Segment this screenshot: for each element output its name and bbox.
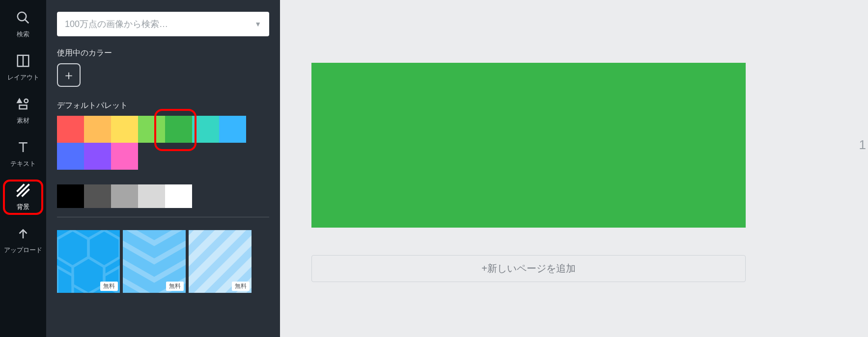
chevron-down-icon: ▼ xyxy=(254,20,261,28)
palette-swatch[interactable] xyxy=(57,116,84,143)
svg-point-5 xyxy=(25,99,28,103)
canvas-area: +新しいページを追加 1 xyxy=(280,0,868,337)
upload-icon xyxy=(16,226,30,243)
add-page-button[interactable]: +新しいページを追加 xyxy=(311,255,746,282)
nav-item-background[interactable]: 背景 xyxy=(3,180,43,215)
nav-item-search[interactable]: 検索 xyxy=(3,7,43,42)
svg-marker-4 xyxy=(17,99,22,103)
text-icon xyxy=(16,140,30,156)
free-tag: 無料 xyxy=(166,282,184,291)
add-color-button[interactable]: ＋ xyxy=(57,63,81,87)
palette-swatch[interactable] xyxy=(84,116,111,143)
gray-swatch[interactable] xyxy=(111,184,138,208)
gray-swatch[interactable] xyxy=(57,184,84,208)
palette-swatch[interactable] xyxy=(111,116,138,143)
stripes-icon xyxy=(16,183,30,200)
palette-swatch[interactable] xyxy=(192,116,219,143)
nav-label-elements: 素材 xyxy=(17,116,29,125)
page-indicator: 1 xyxy=(859,137,866,153)
grayscale-row xyxy=(57,184,269,208)
nav-label-background: 背景 xyxy=(17,203,29,211)
search-icon xyxy=(16,10,30,27)
nav-item-layout[interactable]: レイアウト xyxy=(3,50,43,85)
bg-pattern-diagonal[interactable]: 無料 xyxy=(189,230,252,293)
palette-row-2 xyxy=(57,143,269,170)
nav-item-text[interactable]: テキスト xyxy=(3,136,43,172)
svg-marker-15 xyxy=(73,257,104,293)
gray-swatch[interactable] xyxy=(165,184,192,208)
svg-rect-6 xyxy=(20,105,27,109)
palette-swatch[interactable] xyxy=(57,143,84,170)
svg-point-0 xyxy=(18,12,27,21)
gray-swatch[interactable] xyxy=(138,184,165,208)
image-search-dropdown[interactable]: 100万点の画像から検索… ▼ xyxy=(57,12,269,36)
bg-pattern-hexagon[interactable]: 無料 xyxy=(57,230,120,293)
nav-label-upload: アップロード xyxy=(4,246,42,255)
search-placeholder: 100万点の画像から検索… xyxy=(65,18,168,30)
nav-label-text: テキスト xyxy=(10,159,36,168)
palette-swatch[interactable] xyxy=(111,143,138,170)
design-page[interactable] xyxy=(311,63,746,228)
palette-swatch[interactable] xyxy=(138,116,165,143)
bg-pattern-chevron[interactable]: 無料 xyxy=(123,230,186,293)
nav-item-elements[interactable]: 素材 xyxy=(3,93,43,129)
svg-marker-16 xyxy=(57,267,73,293)
nav-label-search: 検索 xyxy=(17,30,29,39)
panel-divider xyxy=(57,217,269,217)
svg-line-1 xyxy=(25,20,29,24)
nav-rail: 検索 レイアウト 素材 テキスト 背景 アップロード xyxy=(0,0,46,337)
palette-swatch[interactable] xyxy=(165,116,192,143)
plus-icon: ＋ xyxy=(62,67,75,84)
layout-icon xyxy=(16,53,30,70)
free-tag: 無料 xyxy=(232,282,250,291)
gray-swatch[interactable] xyxy=(84,184,111,208)
default-palette xyxy=(57,116,269,170)
nav-label-layout: レイアウト xyxy=(7,73,39,82)
add-page-label: +新しいページを追加 xyxy=(481,262,576,275)
side-panel: 100万点の画像から検索… ▼ 使用中のカラー ＋ デフォルトパレット xyxy=(46,0,280,337)
background-pattern-grid: 無料 無料 xyxy=(57,230,269,293)
nav-item-upload[interactable]: アップロード xyxy=(3,223,43,258)
palette-swatch[interactable] xyxy=(84,143,111,170)
default-palette-title: デフォルトパレット xyxy=(57,101,269,111)
shapes-icon xyxy=(16,97,30,113)
palette-row-1 xyxy=(57,116,269,143)
palette-swatch[interactable] xyxy=(219,116,246,143)
free-tag: 無料 xyxy=(100,282,118,291)
colors-in-use-title: 使用中のカラー xyxy=(57,48,269,58)
